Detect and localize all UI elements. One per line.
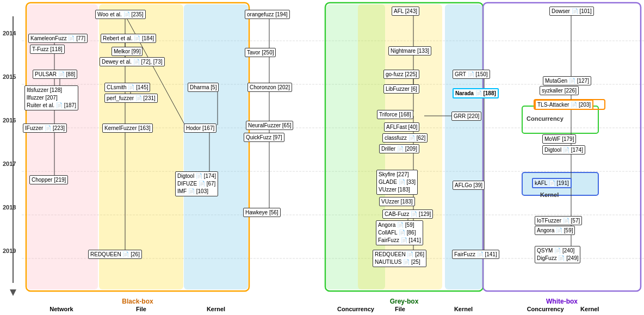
node-narada: TLS-Attacker 📄 [203] <box>535 100 593 110</box>
svg-rect-11 <box>326 4 385 289</box>
node-driller: MoWF [179] <box>542 134 576 144</box>
node-mowf: Digtool 📄 [174] <box>542 145 585 155</box>
node-woo: Woo et al. 📄 [235] <box>95 10 146 19</box>
node-periscope: FairFuzz 📄 [141] <box>452 250 499 259</box>
node-syzkaller: Narada 📄 [188] <box>453 88 499 98</box>
node-grt: MutaGen 📄 [127] <box>543 76 591 85</box>
node-afl: AFL [243] <box>392 7 419 16</box>
node-choronzon: go-fuzz [225] <box>383 70 419 79</box>
node-ifuzzer: KernelFuzzer [163] <box>102 123 153 133</box>
node-tfuzz118: T-Fuzz [118] <box>30 45 65 54</box>
year-2016: 2016 <box>3 117 16 123</box>
svg-rect-9 <box>184 4 248 289</box>
year-2014: 2014 <box>3 30 16 36</box>
node-gofuzz: LibFuzzer [6] <box>383 84 419 94</box>
label-whitebox: White-box <box>483 298 641 305</box>
node-dewey: Dewey et al. 📄 [72], [73] <box>100 57 165 66</box>
node-mutagen: syzkaller [226] <box>540 86 579 95</box>
node-clsmith: perf_fuzzer 📄 [231] <box>104 94 158 103</box>
node-triforce: GRR [220] <box>451 112 481 121</box>
node-tavor: Tavor [250] <box>245 48 276 57</box>
node-skyfire-group: Skyfire [227]GLADE 📄 [33]VUzzer [183] <box>376 170 418 195</box>
node-orangefuzz: orangefuzz [194] <box>245 10 290 19</box>
node-quickfuzz: Triforce [168] <box>377 110 413 119</box>
label-blackbox: Black-box <box>26 298 249 305</box>
node-symfuzz: CLsmith 📄 [145] <box>104 83 150 92</box>
node-delta: Chopper [219] <box>29 175 68 184</box>
node-iotfuzzer: Hawkeye [56] <box>243 208 281 217</box>
year-2019: 2019 <box>3 248 16 254</box>
node-hawkeye: CAB-Fuzz 📄 [129] <box>382 209 433 219</box>
label-greybox: Grey-box <box>325 298 483 305</box>
node-cabfuzz: kAFL 📄 [191] <box>532 178 572 188</box>
label-kernel-bb: Kernel <box>184 306 248 312</box>
year-line <box>13 16 14 283</box>
node-kafl: AFLGo [39] <box>453 181 485 190</box>
label-whitebox-sub: Concurrency Kernel <box>484 306 642 312</box>
node-tls-attacker: IFuzzer 📄 [223] <box>23 123 67 133</box>
year-2018: 2018 <box>3 204 16 211</box>
node-pulsar: PULSAR 📄 [88] <box>33 70 77 79</box>
kernel-wb-label: Kernel <box>540 192 559 198</box>
year-arrow <box>10 289 16 296</box>
node-aflfast: classfuzz 📄 [62] <box>382 133 428 143</box>
node-nightmare: Nightmare [133] <box>388 46 431 55</box>
node-digtool-group: Digtool 📄 [174]DIFUZE 📄 [67]IMF 📄 [103] <box>175 171 218 196</box>
year-2015: 2015 <box>3 73 16 80</box>
node-rebert: Rebert et al. 📄 [184] <box>101 34 156 43</box>
node-neuralfuzzer: QuickFuzz [97] <box>244 133 284 142</box>
node-dowser: Dowser 📄 [101] <box>549 7 594 16</box>
node-melkor: Melkor [99] <box>112 47 143 56</box>
node-dharma: Choronzon [202] <box>247 83 292 92</box>
node-hodor: NeuralFuzzer [65] <box>246 121 293 130</box>
node-perffuzzer: Dharma [5] <box>188 83 219 92</box>
label-file-bb: File <box>99 306 183 312</box>
main-container: 2014 2015 2016 2017 2018 2019 <box>0 0 644 315</box>
node-grr: AFLFast [40] <box>384 122 419 132</box>
label-network: Network <box>26 306 97 312</box>
node-itlsfuzzer: Itlsfuzzer [128]llfuzzer [207]Ruiter et … <box>24 85 78 110</box>
node-kameleon: KameleonFuzz 📄 [77] <box>28 34 88 43</box>
label-file-gb: File <box>358 306 442 312</box>
node-classfuzz: Driller 📄 [209] <box>379 144 419 153</box>
node-chopper: Angora 📄 [59] <box>535 226 575 235</box>
node-tfuzz177: IoTFuzzer 📄 [57] <box>535 216 582 225</box>
node-kernelfuzzer: Hodor [167] <box>184 123 216 133</box>
concurrency-wb-label: Concurrency <box>527 115 564 122</box>
node-redqueen-group: REDQUEEN 📄 [26]NAUTILUS 📄 [25] <box>373 250 426 267</box>
year-2017: 2017 <box>3 160 16 167</box>
node-libfuzzer: GRT 📄 [150] <box>453 70 490 79</box>
node-aflgo: VUzzer [183] <box>379 197 415 206</box>
separator-lines <box>0 0 644 315</box>
node-codealchemist: REDQUEEN 📄 [26] <box>88 250 142 259</box>
label-kernel-gb: Kernel <box>445 306 482 312</box>
node-qsym-group: QSYM 📄 [240]DigFuzz 📄 [249] <box>535 246 580 263</box>
svg-rect-13 <box>445 4 482 289</box>
svg-line-18 <box>125 15 185 125</box>
node-angora-group: Angora 📄 [59]CollAFL 📄 [86]FairFuzz 📄 [1… <box>376 220 423 245</box>
